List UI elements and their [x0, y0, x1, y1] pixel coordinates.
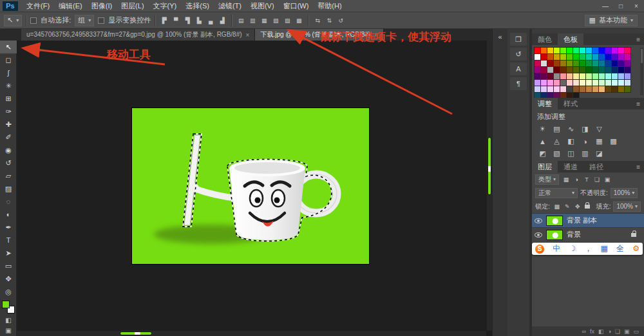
align-bottom-icon[interactable]: ▜: [182, 15, 193, 26]
color-swatch[interactable]: [625, 73, 630, 79]
color-swatch[interactable]: [599, 54, 605, 60]
blend-mode-dropdown[interactable]: 正常 ▾: [535, 188, 578, 198]
type-tool[interactable]: T: [0, 234, 17, 247]
auto-align-icon[interactable]: ⇆: [312, 15, 323, 26]
lock-transparency-icon[interactable]: ▩: [553, 202, 562, 211]
foreground-color-swatch[interactable]: [2, 301, 10, 308]
opacity-dropdown[interactable]: 100% ▾: [611, 188, 638, 198]
photo-filter-icon[interactable]: ◑: [580, 136, 591, 147]
tab-styles[interactable]: 样式: [558, 98, 583, 109]
marquee-tool[interactable]: ◻: [0, 53, 17, 66]
workspace-switcher[interactable]: ▦ 基本功能 ▾: [585, 15, 638, 26]
color-swatch[interactable]: [618, 67, 624, 73]
pixel-layer-filter-icon[interactable]: ▦: [562, 175, 571, 184]
gradient-map-icon[interactable]: ▥: [580, 148, 591, 159]
expand-panels-icon[interactable]: «: [495, 32, 506, 42]
eraser-tool[interactable]: ▱: [0, 169, 17, 182]
hand-tool[interactable]: ✥: [0, 272, 17, 285]
color-swatch[interactable]: [612, 86, 618, 92]
menu-item[interactable]: 窗口(W): [279, 0, 314, 12]
levels-icon[interactable]: ▤: [551, 124, 562, 135]
add-mask-icon[interactable]: ◧: [598, 328, 604, 335]
color-swatch[interactable]: [625, 61, 630, 66]
color-swatch[interactable]: [618, 61, 624, 66]
color-swatch[interactable]: [573, 67, 579, 73]
history-panel-icon[interactable]: ↺: [510, 48, 527, 61]
auto-blend-icon[interactable]: ⇅: [324, 15, 334, 26]
color-swatch[interactable]: [618, 86, 624, 92]
color-swatch[interactable]: [605, 73, 611, 79]
fill-dropdown[interactable]: 100% ▾: [613, 201, 641, 212]
color-swatch[interactable]: [554, 86, 560, 92]
new-adjustment-icon[interactable]: ◑: [607, 328, 611, 335]
color-swatch[interactable]: [580, 73, 585, 79]
gradient-tool[interactable]: ▨: [0, 182, 17, 195]
color-swatch[interactable]: [554, 67, 560, 73]
new-group-icon[interactable]: ❏: [615, 328, 620, 335]
crop-tool[interactable]: ⊞: [0, 92, 17, 105]
blur-tool[interactable]: ◌: [0, 195, 17, 208]
new-layer-icon[interactable]: ▣: [624, 328, 630, 335]
color-swatch[interactable]: [560, 48, 566, 53]
color-swatch[interactable]: [605, 67, 611, 73]
color-swatch[interactable]: [554, 54, 560, 60]
layer-filter-dropdown[interactable]: 类型 ▾: [535, 174, 559, 185]
vibrance-icon[interactable]: ▽: [594, 124, 605, 135]
ime-simplified-icon[interactable]: 全: [616, 243, 624, 255]
brightness-contrast-icon[interactable]: ☀: [537, 124, 548, 135]
shape-tool[interactable]: ▭: [0, 259, 17, 272]
color-swatch[interactable]: [547, 73, 553, 79]
layer-visibility-icon[interactable]: [535, 232, 542, 238]
black-white-icon[interactable]: ◧: [565, 136, 576, 147]
distribute-top-icon[interactable]: ▤: [236, 15, 246, 26]
menu-item[interactable]: 图层(L): [117, 0, 148, 12]
color-swatch[interactable]: [535, 61, 540, 66]
close-button[interactable]: ×: [629, 1, 644, 12]
selective-color-icon[interactable]: ◪: [594, 148, 605, 159]
layer-style-icon[interactable]: fx: [590, 328, 594, 335]
align-top-icon[interactable]: ▛: [159, 15, 169, 26]
menu-item[interactable]: 选择(S): [181, 0, 214, 12]
menu-item[interactable]: 滤镜(T): [214, 0, 246, 12]
close-tab-icon[interactable]: ×: [374, 32, 378, 39]
color-swatch[interactable]: [560, 86, 566, 92]
color-swatch[interactable]: [535, 67, 540, 73]
color-swatch[interactable]: [560, 54, 566, 60]
sogou-logo-icon[interactable]: S: [535, 245, 544, 254]
ime-toolbar[interactable]: S 中☽，▦全⚙: [532, 243, 643, 255]
canvas-area[interactable]: [17, 41, 492, 336]
color-swatch[interactable]: [567, 73, 573, 79]
color-swatch[interactable]: [586, 73, 592, 79]
color-swatch[interactable]: [592, 48, 598, 53]
tab-adjustments[interactable]: 调整: [532, 98, 558, 109]
panel-menu-icon[interactable]: ≡: [632, 36, 644, 43]
color-swatch[interactable]: [567, 80, 573, 86]
color-lookup-icon[interactable]: ▩: [608, 136, 619, 147]
color-swatch[interactable]: [560, 73, 566, 79]
color-swatch[interactable]: [560, 61, 566, 66]
lock-all-icon[interactable]: [585, 205, 590, 209]
color-swatch[interactable]: [567, 61, 573, 66]
color-swatch[interactable]: [612, 61, 618, 66]
swatches-scrollbar[interactable]: [640, 48, 643, 95]
scrollbar-thumb[interactable]: [120, 331, 152, 335]
color-swatch[interactable]: [567, 48, 573, 53]
channel-mixer-icon[interactable]: ▦: [594, 136, 605, 147]
posterize-icon[interactable]: ▧: [551, 148, 562, 159]
hue-saturation-icon[interactable]: ▲: [537, 136, 548, 147]
pen-tool[interactable]: ✒: [0, 221, 17, 234]
color-swatch[interactable]: [573, 86, 579, 92]
color-swatch[interactable]: [535, 80, 540, 86]
color-swatch[interactable]: [605, 61, 611, 66]
arrange-icon[interactable]: ↺: [336, 15, 346, 26]
layer-row-background[interactable]: 背景: [532, 227, 644, 241]
color-swatch[interactable]: [535, 73, 540, 79]
lock-position-icon[interactable]: ✥: [573, 202, 582, 211]
delete-layer-icon[interactable]: ▭: [633, 328, 639, 335]
menu-item[interactable]: 视图(V): [246, 0, 279, 12]
path-select-tool[interactable]: ➤: [0, 247, 17, 259]
foreground-background-colors[interactable]: [2, 301, 15, 313]
align-vcenter-icon[interactable]: ▀: [171, 15, 181, 26]
color-swatch[interactable]: [612, 54, 618, 60]
color-swatch[interactable]: [573, 73, 579, 79]
